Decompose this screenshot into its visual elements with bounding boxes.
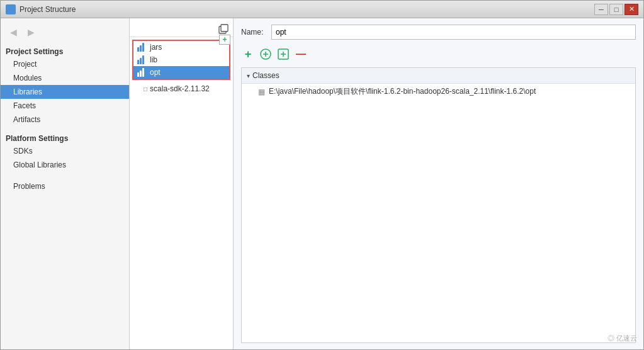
opt-icon: [137, 68, 147, 77]
platform-settings-section: Platform Settings SDKs Global Libraries: [1, 130, 129, 172]
classes-header-label: Classes: [252, 71, 280, 80]
add-class-button[interactable]: +: [241, 47, 255, 61]
sidebar-item-facets[interactable]: Facets: [1, 99, 129, 113]
project-settings-header: Project Settings: [1, 43, 129, 57]
jars-icon: [137, 43, 147, 52]
sidebar: ◀ ▶ Project Settings Project Modules Lib…: [1, 18, 130, 349]
forward-button[interactable]: ▶: [23, 26, 38, 38]
classes-section: ▾ Classes ▦ E:\java\File\hadoop\项目软件\fli…: [241, 67, 636, 343]
action-bar: + —: [241, 47, 636, 61]
title-bar-left: Project Structure: [6, 4, 76, 14]
center-panel: + jars lib: [130, 18, 234, 349]
sidebar-item-project[interactable]: Project: [1, 57, 129, 71]
name-label: Name:: [241, 28, 266, 37]
project-structure-window: Project Structure ─ □ ✕ ◀ ▶ Project Sett…: [0, 0, 644, 350]
svg-rect-1: [221, 25, 228, 31]
window-icon: [6, 4, 16, 14]
sidebar-item-libraries[interactable]: Libraries: [1, 85, 129, 99]
tree-item-lib[interactable]: lib: [133, 54, 229, 66]
watermark: ◎ 亿速云: [607, 334, 637, 343]
title-bar: Project Structure ─ □ ✕: [1, 1, 643, 18]
maximize-button[interactable]: □: [609, 4, 623, 15]
sidebar-item-sdks[interactable]: SDKs: [1, 144, 129, 158]
center-toolbar: [130, 21, 233, 37]
minimize-button[interactable]: ─: [594, 4, 608, 15]
classes-header[interactable]: ▾ Classes: [242, 68, 635, 84]
lib-icon: [137, 55, 147, 64]
right-panel: Name: +: [234, 18, 643, 349]
tree-item-opt[interactable]: opt: [133, 66, 229, 79]
sidebar-item-global-libraries[interactable]: Global Libraries: [1, 158, 129, 172]
content-area: ◀ ▶ Project Settings Project Modules Lib…: [1, 18, 643, 349]
sidebar-item-problems[interactable]: Problems: [1, 179, 129, 193]
remove-button[interactable]: —: [294, 47, 308, 61]
window-title: Project Structure: [20, 5, 76, 14]
name-input[interactable]: [271, 25, 636, 40]
classes-path-entry: ▦ E:\java\File\hadoop\项目软件\flink-1.6.2-b…: [242, 84, 635, 99]
tree-item-jars[interactable]: jars: [133, 41, 229, 54]
sidebar-item-modules[interactable]: Modules: [1, 71, 129, 85]
add-alt1-button[interactable]: [259, 47, 273, 61]
add-library-button[interactable]: [217, 23, 230, 35]
classes-path: E:\java\File\hadoop\项目软件\flink-1.6.2-bin…: [269, 86, 536, 97]
add-alt2-button[interactable]: [276, 47, 290, 61]
classes-folder-icon: ▦: [258, 88, 265, 96]
add-corner-button[interactable]: +: [219, 35, 230, 45]
platform-settings-header: Platform Settings: [1, 130, 129, 144]
back-button[interactable]: ◀: [6, 26, 21, 38]
sidebar-item-artifacts[interactable]: Artifacts: [1, 113, 129, 127]
name-row: Name:: [241, 25, 636, 40]
title-bar-controls: ─ □ ✕: [594, 4, 638, 15]
nav-back-forward: ◀ ▶: [1, 23, 129, 43]
close-button[interactable]: ✕: [624, 4, 638, 15]
library-selection-box: + jars lib: [132, 40, 230, 80]
problems-section: Problems: [1, 179, 129, 193]
tree-item-scala-sdk[interactable]: □ scala-sdk-2.11.32: [130, 82, 233, 95]
scala-sdk-icon: □: [144, 86, 147, 93]
chevron-down-icon: ▾: [247, 72, 250, 79]
